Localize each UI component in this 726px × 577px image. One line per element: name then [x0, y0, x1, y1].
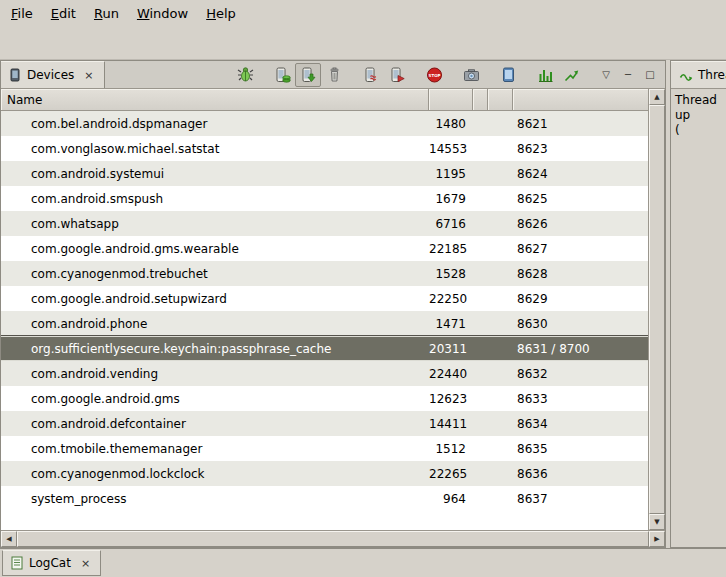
port-column-header[interactable] [513, 89, 648, 111]
process-pid: 1512 [429, 442, 473, 456]
scroll-down-icon[interactable]: ▼ [649, 514, 665, 530]
menu-run[interactable]: Run [85, 2, 128, 25]
process-name: com.vonglasow.michael.satstat [1, 142, 429, 156]
devices-tab[interactable]: Devices × [1, 61, 105, 88]
process-pid: 22185 [429, 242, 473, 256]
process-name: org.sufficientlysecure.keychain:passphra… [1, 342, 429, 356]
update-threads-icon[interactable] [358, 63, 384, 87]
process-name: com.google.android.setupwizard [1, 292, 429, 306]
scroll-right-icon[interactable]: ▶ [649, 531, 665, 547]
process-pid: 22265 [429, 467, 473, 481]
process-port: 8632 [513, 367, 648, 381]
threads-panel: Threads Thread up ( [670, 60, 726, 548]
columns-chart-icon[interactable] [532, 63, 558, 87]
process-pid: 1480 [429, 117, 473, 131]
table-row[interactable]: com.bel.android.dspmanager 1480 8621 [1, 111, 648, 136]
process-port: 8631 / 8700 [513, 342, 648, 356]
table-row[interactable]: com.android.smspush 1679 8625 [1, 186, 648, 211]
vertical-scrollbar[interactable]: ▲ ▼ [648, 89, 665, 530]
process-pid: 22440 [429, 367, 473, 381]
process-name: com.tmobile.thememanager [1, 442, 429, 456]
process-port: 8634 [513, 417, 648, 431]
process-name: com.android.vending [1, 367, 429, 381]
device-table-area: Name com.bel.android.dspmanager 1480 862… [1, 89, 665, 530]
extra-column-header[interactable] [488, 89, 513, 111]
dump-hprof-icon[interactable] [295, 63, 321, 87]
threads-content: Thread up ( [671, 89, 726, 547]
close-icon[interactable]: × [82, 70, 95, 81]
threads-tabbar: Threads [671, 61, 726, 89]
logcat-tab[interactable]: LogCat × [2, 550, 101, 576]
process-port: 8621 [513, 117, 648, 131]
process-port: 8629 [513, 292, 648, 306]
minimize-icon[interactable]: ─ [617, 63, 639, 87]
devices-tabbar: Devices × [1, 61, 665, 89]
maximize-icon[interactable]: □ [639, 63, 661, 87]
threads-tab-label: Threads [698, 68, 726, 82]
process-name: com.google.android.gms [1, 392, 429, 406]
view-menu-icon[interactable]: ▽ [595, 63, 617, 87]
devices-toolbar: STOP [232, 61, 665, 88]
table-row[interactable]: com.android.vending 22440 8632 [1, 361, 648, 386]
menubar: File Edit Run Window Help [0, 0, 726, 26]
threads-message-line1: Thread up [675, 93, 724, 123]
threads-icon [679, 69, 693, 82]
debug-process-icon[interactable] [232, 63, 258, 87]
process-pid: 14553 [429, 142, 473, 156]
table-row[interactable]: com.android.phone 1471 8630 [1, 311, 648, 336]
menu-file[interactable]: File [2, 2, 42, 25]
horizontal-scrollbar[interactable]: ◀ ▶ [1, 530, 665, 547]
process-pid: 22250 [429, 292, 473, 306]
stop-process-icon[interactable]: STOP [421, 63, 447, 87]
process-name: system_process [1, 492, 429, 506]
table-row[interactable]: com.cyanogenmod.lockclock 22265 8636 [1, 461, 648, 486]
pid-column-header[interactable] [429, 89, 473, 111]
process-name: com.android.systemui [1, 167, 429, 181]
menu-edit[interactable]: Edit [42, 2, 85, 25]
process-name: com.bel.android.dspmanager [1, 117, 429, 131]
table-row[interactable]: com.google.android.gms 12623 8633 [1, 386, 648, 411]
process-pid: 20311 [429, 342, 473, 356]
devices-tab-label: Devices [27, 68, 74, 82]
table-row[interactable]: com.google.android.setupwizard 22250 862… [1, 286, 648, 311]
table-row[interactable]: com.android.systemui 1195 8624 [1, 161, 648, 186]
process-pid: 1679 [429, 192, 473, 206]
table-row[interactable]: com.tmobile.thememanager 1512 8635 [1, 436, 648, 461]
threads-message-line2: ( [675, 123, 724, 138]
ui-automator-icon[interactable] [495, 63, 521, 87]
process-pid: 6716 [429, 217, 473, 231]
table-row[interactable]: com.android.defcontainer 14411 8634 [1, 411, 648, 436]
menu-help[interactable]: Help [197, 2, 245, 25]
table-row[interactable]: org.sufficientlysecure.keychain:passphra… [1, 336, 648, 361]
menu-window[interactable]: Window [128, 2, 197, 25]
process-pid: 1471 [429, 317, 473, 331]
process-pid: 1195 [429, 167, 473, 181]
device-table: Name com.bel.android.dspmanager 1480 862… [1, 89, 648, 530]
vertical-scroll-thumb[interactable] [649, 105, 665, 514]
start-method-profiling-icon[interactable] [384, 63, 410, 87]
process-name: com.whatsapp [1, 217, 429, 231]
threads-tab[interactable]: Threads [671, 61, 726, 88]
name-column-header[interactable]: Name [1, 89, 429, 111]
table-row[interactable]: com.google.android.gms.wearable 22185 86… [1, 236, 648, 261]
screen-capture-icon[interactable] [458, 63, 484, 87]
vertical-scroll-track [649, 105, 665, 514]
scroll-left-icon[interactable]: ◀ [1, 531, 17, 547]
table-row[interactable]: com.vonglasow.michael.satstat 14553 8623 [1, 136, 648, 161]
table-row[interactable]: com.whatsapp 6716 8626 [1, 211, 648, 236]
update-heap-icon[interactable] [269, 63, 295, 87]
cause-gc-icon[interactable] [321, 63, 347, 87]
process-port: 8636 [513, 467, 648, 481]
scroll-up-icon[interactable]: ▲ [649, 89, 665, 105]
process-pid: 964 [429, 492, 473, 506]
process-port: 8626 [513, 217, 648, 231]
table-row[interactable]: system_process 964 8637 [1, 486, 648, 511]
table-row[interactable]: com.cyanogenmod.trebuchet 1528 8628 [1, 261, 648, 286]
horizontal-scroll-thumb[interactable] [17, 531, 649, 547]
process-port: 8625 [513, 192, 648, 206]
process-port: 8627 [513, 242, 648, 256]
process-port: 8637 [513, 492, 648, 506]
trend-arrow-icon[interactable] [558, 63, 584, 87]
close-icon[interactable]: × [79, 558, 92, 569]
status-column-header[interactable] [473, 89, 488, 111]
